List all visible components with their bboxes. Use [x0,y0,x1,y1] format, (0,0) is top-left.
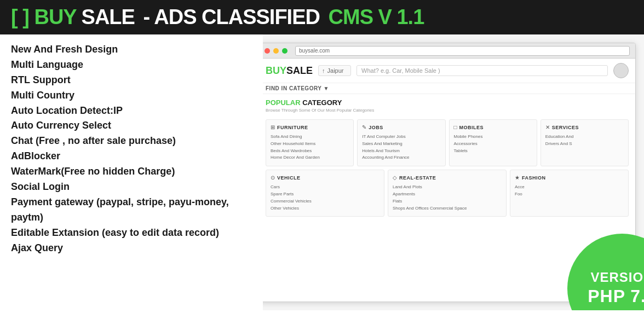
feature-item: AdBlocker [11,149,252,164]
feature-item: Ajax Query [11,241,252,256]
version-label: VERSION [590,270,644,286]
cat-title: JOBS [369,125,383,130]
cat-header: □ MOBILES [454,124,532,130]
cat-item: Accounting And Finance [362,154,440,161]
cat-icon: ✎ [362,124,366,130]
cat-item: Other Vehicles [271,205,380,212]
cat-header: ★ FASHION [515,175,624,181]
logo-sale: SALE [82,5,135,28]
popular-title: POPULAR CATEGORY [266,98,629,107]
cat-item: Home Decor And Garden [271,154,349,161]
site-logo-area: BUY SALE [266,65,313,77]
browser-dot-green [282,48,288,54]
cat-item: IT And Computer Jobs [362,134,440,141]
cat-item: Tablets [454,148,532,155]
popular-label-2: CATEGORY [302,98,342,107]
keyword-search[interactable]: What? e.g. Car, Mobile Sale ) [357,65,608,76]
cat-header: ✕ SERVICES [545,124,624,130]
category-card[interactable]: □ MOBILES Mobile PhonesAccessoriesTablet… [449,119,537,166]
category-grid-row1: ⊞ FURNITURE Sofa And DiningOther Househo… [259,119,635,170]
location-icon: ↑ [322,67,325,74]
cat-header: ✎ JOBS [362,124,440,130]
cat-title: REAL-ESTATE [399,175,436,181]
php-version-label: PHP 7.2 [588,286,644,306]
site-nav: BUY SALE ↑ Jaipur What? e.g. Car, Mobile… [259,59,635,83]
browser-dot-red [264,48,270,54]
cat-item: Beds And Wardrobes [271,148,349,155]
feature-item: New And Fresh Design [11,42,252,57]
cat-item: Shops And Offices Commercial Space [393,205,502,212]
logo-buy: BUY [34,5,76,28]
browser-dot-yellow [273,48,279,54]
feature-item: RTL Support [11,73,252,88]
popular-label-1: POPULAR [266,98,301,107]
feature-item: Social Login [11,179,252,195]
user-avatar[interactable] [613,63,629,78]
features-list: New And Fresh DesignMulti LanguageRTL Su… [0,34,263,310]
cat-item: Drivers And S [545,141,624,148]
browser-content: BUY SALE ↑ Jaipur What? e.g. Car, Mobile… [259,59,635,220]
cat-title: FURNITURE [277,125,308,130]
cat-icon: ⊞ [271,124,275,130]
feature-item: WaterMark(Free no hidden Charge) [11,164,252,179]
cat-title: SERVICES [552,125,579,130]
cat-header: ◇ REAL-ESTATE [393,175,502,181]
category-card[interactable]: ◇ REAL-ESTATE Land And PlotsApartmentsFl… [388,170,507,217]
feature-item: Multi Country [11,88,252,103]
cat-item: Apartments [393,191,502,198]
cat-item: Spare Parts [271,191,380,198]
cat-item: Mobile Phones [454,134,532,141]
cat-item: Education And [545,134,624,141]
category-card[interactable]: ⊞ FURNITURE Sofa And DiningOther Househo… [266,119,354,166]
browser-url: buysale.com [295,46,630,56]
cat-icon: ✕ [545,124,550,130]
bracket-left-icon: [ [11,5,18,28]
cat-icon: □ [454,124,457,130]
header-cms: CMS V 1.1 [329,5,424,28]
cat-icon: ⊙ [271,175,275,181]
header-title: - ADS CLASSIFIED [143,5,325,28]
category-card[interactable]: ★ FASHION AcceFoo [510,170,629,217]
cat-item: Hotels And Tourism [362,148,440,155]
bracket-right-icon: ] [22,5,29,28]
feature-item: Payment gateway (paypal, stripe, payu-mo… [11,195,252,225]
feature-item: Auto Currency Select [11,118,252,134]
cat-title: FASHION [522,175,546,181]
find-category[interactable]: FIND IN CATEGORY ▼ [259,83,635,94]
cat-item: Accessories [454,141,532,148]
cat-item: Commercial Vehicles [271,198,380,205]
site-logo-sale: SALE [286,65,313,77]
cat-header: ⊙ VEHICLE [271,175,380,181]
category-card[interactable]: ⊙ VEHICLE CarsSpare PartsCommercial Vehi… [266,170,384,217]
popular-subtitle: Browse Through Some Of Our Most Popular … [266,108,629,113]
header: [ ] BUY SALE - ADS CLASSIFIED CMS V 1.1 [0,0,644,34]
cat-item: Acce [515,184,624,191]
cat-item: Flats [393,198,502,205]
feature-item: Editable Extansion (easy to edit data re… [11,225,252,241]
browser-bar: buysale.com [259,43,635,59]
cat-icon: ◇ [393,175,397,181]
main-content: New And Fresh DesignMulti LanguageRTL Su… [0,34,644,310]
popular-section: POPULAR CATEGORY Browse Through Some Of … [259,94,635,119]
cat-item: Land And Plots [393,184,502,191]
header-logo: [ ] BUY SALE - ADS CLASSIFIED CMS V 1.1 [11,5,424,29]
feature-item: Multi Language [11,57,252,73]
location-value: Jaipur [327,67,344,74]
site-logo-buy: BUY [266,65,286,77]
feature-item: Auto Location Detect:IP [11,103,252,119]
cat-title: VEHICLE [277,175,301,181]
cat-item: Other Household Items [271,141,349,148]
category-grid-row2: ⊙ VEHICLE CarsSpare PartsCommercial Vehi… [259,170,635,220]
cat-item: Cars [271,184,380,191]
feature-item: Chat (Free , no after sale purchase) [11,134,252,149]
category-card[interactable]: ✎ JOBS IT And Computer JobsSales And Mar… [357,119,445,166]
cat-icon: ★ [515,175,520,181]
category-card[interactable]: ✕ SERVICES Education AndDrivers And S [540,119,629,166]
cat-title: MOBILES [459,125,484,130]
cat-item: Sofa And Dining [271,134,349,141]
cat-header: ⊞ FURNITURE [271,124,349,130]
cat-item: Foo [515,191,624,198]
screenshot-area: buysale.com BUY SALE ↑ Jaipur What? e.g.… [250,34,644,310]
location-search[interactable]: ↑ Jaipur [318,65,351,76]
cat-item: Sales And Marketing [362,141,440,148]
